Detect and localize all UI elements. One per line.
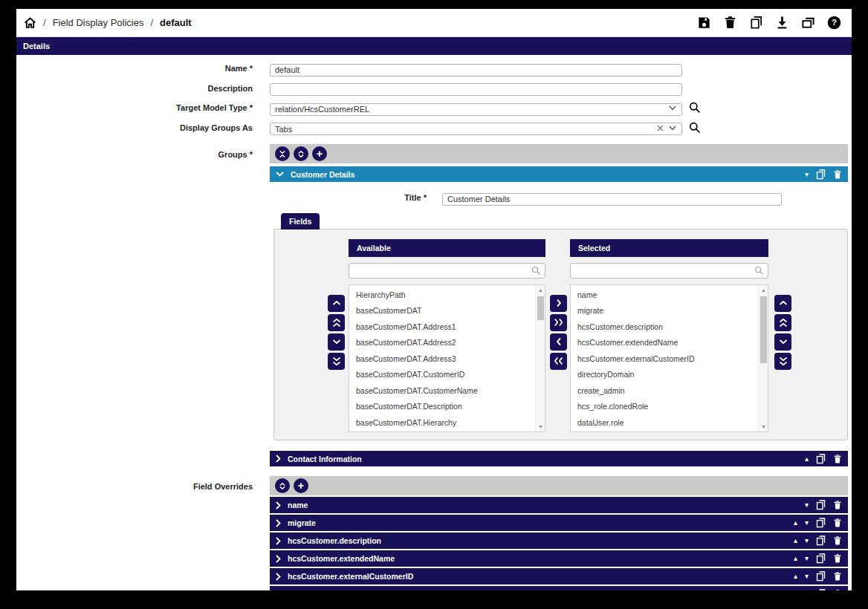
target-model-type-select[interactable] <box>270 103 682 116</box>
scroll-down-icon[interactable]: ▼ <box>536 424 545 429</box>
chevron-down-icon[interactable] <box>669 126 676 131</box>
override-row-hcsCustomer-description[interactable]: hcsCustomer.description ▴ ▾ <box>270 533 848 549</box>
override-row-hcsCustomer-extendedName[interactable]: hcsCustomer.extendedName ▴ ▾ <box>270 550 848 567</box>
move-all-right-button[interactable] <box>550 314 567 331</box>
copy-icon[interactable] <box>749 16 763 30</box>
breadcrumb-item-policies[interactable]: Field Display Policies <box>53 17 144 28</box>
list-item[interactable]: hcsCustomer.extendedName <box>571 335 768 351</box>
list-item[interactable]: baseCustomerDAT.Address3 <box>349 351 545 368</box>
scrollbar-thumb[interactable] <box>760 296 767 363</box>
window-icon[interactable] <box>801 16 815 30</box>
available-scrollbar[interactable]: ▲ ▼ <box>535 285 545 431</box>
scrollbar-thumb[interactable] <box>537 296 544 320</box>
move-up-icon[interactable]: ▴ <box>794 555 797 562</box>
copy-override-icon[interactable] <box>816 571 826 582</box>
move-up-icon[interactable]: ▴ <box>794 537 797 544</box>
expand-all-button[interactable] <box>275 478 290 493</box>
group-header-contact-information[interactable]: Contact Information ▴ <box>270 451 848 466</box>
move-up-icon[interactable]: ▴ <box>805 455 809 463</box>
move-down-icon[interactable]: ▾ <box>805 171 809 178</box>
override-row-name[interactable]: name ▾ <box>270 497 848 513</box>
chevron-right-icon[interactable] <box>276 590 281 591</box>
delete-group-icon[interactable] <box>833 454 842 464</box>
list-item[interactable]: migrate <box>571 303 768 319</box>
move-to-bottom-button[interactable] <box>328 353 345 370</box>
list-item[interactable]: HierarchyPath <box>349 287 545 304</box>
copy-override-icon[interactable] <box>816 553 826 564</box>
list-item[interactable]: baseCustomerDAT.Address1 <box>349 319 545 336</box>
override-row-directoryDomain[interactable]: directoryDomain ▴ ▾ <box>270 586 848 590</box>
move-down-button[interactable] <box>328 333 345 351</box>
chevron-right-icon[interactable] <box>276 455 281 463</box>
list-item[interactable]: baseCustomerDAT <box>349 303 545 319</box>
add-override-button[interactable]: + <box>294 478 308 493</box>
delete-override-icon[interactable] <box>833 518 842 528</box>
move-down-icon[interactable]: ▾ <box>805 573 809 580</box>
copy-override-icon[interactable] <box>816 518 826 528</box>
tab-fields[interactable]: Fields <box>281 213 320 229</box>
add-group-button[interactable]: + <box>312 146 327 161</box>
move-down-icon[interactable]: ▾ <box>805 555 809 562</box>
delete-group-icon[interactable] <box>833 169 842 180</box>
clear-icon[interactable] <box>657 125 664 131</box>
copy-override-icon[interactable] <box>816 500 826 510</box>
list-item[interactable]: hcs_role.clonedRole <box>571 399 768 415</box>
chevron-right-icon[interactable] <box>276 501 281 509</box>
description-field[interactable] <box>270 83 682 96</box>
move-to-top-button[interactable] <box>774 314 791 331</box>
list-item[interactable]: baseCustomerDAT.Address2 <box>349 335 545 351</box>
list-item[interactable]: dataUser.role <box>571 415 768 431</box>
list-item[interactable]: baseCustomerDAT.Hierarchy <box>349 415 545 431</box>
collapse-all-button[interactable] <box>275 146 290 161</box>
override-row-migrate[interactable]: migrate ▴ ▾ <box>270 515 848 531</box>
selected-scrollbar[interactable]: ▲ ▼ <box>758 285 768 431</box>
search-icon[interactable] <box>689 102 701 114</box>
move-to-top-button[interactable] <box>328 314 345 331</box>
list-item[interactable]: baseCustomerDAT.CustomerName <box>349 383 545 400</box>
chevron-down-icon[interactable] <box>276 172 284 177</box>
delete-icon[interactable] <box>723 16 737 30</box>
selected-search-input[interactable] <box>570 263 768 279</box>
help-icon[interactable]: ? <box>827 16 841 30</box>
move-up-button[interactable] <box>328 295 345 312</box>
chevron-right-icon[interactable] <box>276 555 281 563</box>
expand-all-button[interactable] <box>294 146 308 161</box>
group-header-customer-details[interactable]: Customer Details ▾ <box>270 166 848 182</box>
delete-override-icon[interactable] <box>833 535 842 546</box>
chevron-right-icon[interactable] <box>276 519 281 527</box>
tab-details[interactable]: Details <box>16 37 852 55</box>
delete-override-icon[interactable] <box>833 553 842 564</box>
scroll-up-icon[interactable]: ▲ <box>759 287 768 293</box>
list-item[interactable]: hcsCustomer.externalCustomerID <box>571 351 768 368</box>
override-row-hcsCustomer-externalCustomerID[interactable]: hcsCustomer.externalCustomerID ▴ ▾ <box>270 568 848 584</box>
chevron-right-icon[interactable] <box>276 537 281 545</box>
move-down-icon[interactable]: ▾ <box>805 537 809 544</box>
list-item[interactable]: create_admin <box>571 383 768 400</box>
home-icon[interactable] <box>24 16 36 29</box>
list-item[interactable]: hcsCustomer.description <box>571 319 768 336</box>
title-field[interactable] <box>442 193 782 206</box>
chevron-right-icon[interactable] <box>276 573 281 581</box>
move-down-button[interactable] <box>774 333 791 351</box>
list-item[interactable]: baseCustomerDAT.CustomerID <box>349 367 545 383</box>
chevron-down-icon[interactable] <box>669 105 676 111</box>
move-left-button[interactable] <box>550 333 567 351</box>
move-to-bottom-button[interactable] <box>774 353 791 370</box>
copy-group-icon[interactable] <box>816 169 826 180</box>
name-field[interactable] <box>270 64 682 76</box>
scroll-up-icon[interactable]: ▲ <box>536 287 545 293</box>
delete-override-icon[interactable] <box>833 571 842 582</box>
save-icon[interactable] <box>697 16 711 30</box>
list-item[interactable]: directoryDomain <box>571 367 768 383</box>
move-down-icon[interactable]: ▾ <box>805 501 809 509</box>
copy-override-icon[interactable] <box>816 535 826 546</box>
move-up-button[interactable] <box>774 295 791 312</box>
copy-override-icon[interactable] <box>816 589 826 590</box>
delete-override-icon[interactable] <box>833 500 842 510</box>
display-groups-as-select[interactable] <box>270 123 682 135</box>
move-right-button[interactable] <box>550 295 567 312</box>
list-item[interactable]: baseCustomerDAT.Description <box>349 399 545 415</box>
search-icon[interactable] <box>689 122 701 134</box>
copy-group-icon[interactable] <box>816 454 826 464</box>
delete-override-icon[interactable] <box>833 589 842 590</box>
